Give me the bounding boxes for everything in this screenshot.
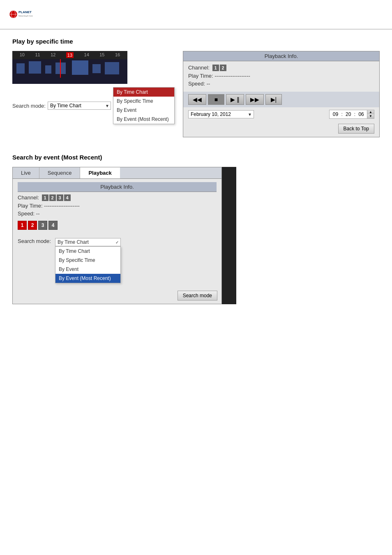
dropdown2-item-timechart[interactable]: By Time Chart <box>55 247 120 256</box>
play-time-label-1: Play Time: <box>188 73 213 79</box>
stop-button[interactable]: ■ <box>208 94 224 105</box>
search-mode-row: Search mode: By Time Chart By Specific T… <box>12 87 175 124</box>
play-time-label-2: Play Time: <box>18 203 43 209</box>
chart-bar-area <box>12 59 127 84</box>
back-to-top-row: Back to Top <box>183 121 379 137</box>
channel-boxes-1: 1 2 <box>212 65 226 71</box>
channel-label-1: Channel: <box>188 65 210 71</box>
svg-rect-6 <box>16 63 25 74</box>
svg-rect-8 <box>45 65 51 74</box>
time-label-15: 15 <box>99 52 104 58</box>
time-label-13: 13 <box>66 52 74 58</box>
dropdown-item-timechart[interactable]: By Time Chart <box>113 88 174 97</box>
svg-rect-11 <box>92 64 101 73</box>
svg-text:PLANET: PLANET <box>18 10 32 14</box>
search-mode-label-2: Search mode: <box>18 238 51 244</box>
dropdown-arrow-2: ✓ <box>115 240 119 245</box>
tab-playback[interactable]: Playback <box>80 167 120 178</box>
channel-box-2[interactable]: 2 <box>220 65 226 71</box>
dropdown2-item-byevent[interactable]: By Event <box>55 265 120 274</box>
planet-logo: PLANET Networking & Communication <box>8 4 33 25</box>
channel-boxes-2: 1 2 3 4 <box>42 194 71 201</box>
dropdown2-item-eventrecent[interactable]: By Event (Most Recent) <box>55 274 120 283</box>
time-chart[interactable]: 10 11 12 13 14 15 16 <box>12 51 127 84</box>
time-labels: 10 11 12 13 14 15 16 <box>12 51 127 59</box>
speed-label-1: Speed: <box>188 81 205 87</box>
time-label-16: 16 <box>115 52 120 58</box>
svg-rect-12 <box>105 62 119 74</box>
datetime-row-1: February 10, 2012 ▼ : : ▲ ▼ <box>183 107 379 121</box>
play-pause-button[interactable]: ▶ ‖ <box>226 94 244 105</box>
section2-title: Search by event (Most Recent) <box>12 154 380 161</box>
channel-box-2-1[interactable]: 1 <box>42 194 48 201</box>
channel-label-2: Channel: <box>18 194 39 201</box>
dropdown2-item-specifictime[interactable]: By Specific Time <box>55 256 120 265</box>
dropdown-item-specifictime[interactable]: By Specific Time <box>113 97 174 106</box>
channel-box-2-3[interactable]: 3 <box>57 194 63 201</box>
play-time-row-1: Play Time: -------------------- <box>188 73 374 79</box>
next-button[interactable]: ▶| <box>265 94 282 105</box>
time-label-10: 10 <box>20 52 25 58</box>
search-mode-btn-row: Search mode <box>13 289 221 304</box>
header: PLANET Networking & Communication <box>0 0 392 30</box>
section1-left: 10 11 12 13 14 15 16 <box>12 51 175 124</box>
channel-row-1: Channel: 1 2 <box>188 65 374 71</box>
playback-info-content-1: Channel: 1 2 Play Time: ----------------… <box>183 61 379 92</box>
channel-box-1[interactable]: 1 <box>212 65 219 71</box>
time-label-14: 14 <box>84 52 89 58</box>
ch-btn-1[interactable]: 1 <box>18 221 27 230</box>
time-label-11: 11 <box>35 52 40 58</box>
search-mode-value-2: By Time Chart <box>58 239 89 245</box>
time-input-group: : : ▲ ▼ <box>329 110 374 119</box>
svg-rect-7 <box>29 61 41 74</box>
fast-forward-button[interactable]: ▶▶ <box>246 94 264 105</box>
search-mode-dropdown[interactable]: By Time Chart By Specific Time By Event … <box>48 102 111 110</box>
playback-panel-title-1: Playback Info. <box>183 51 379 61</box>
channel-numbers-row: 1 2 3 4 <box>18 221 217 230</box>
time-minute-input[interactable] <box>343 111 354 118</box>
search-mode-select-2[interactable]: By Time Chart ✓ <box>55 238 121 246</box>
playback-panel-title-2: Playback Info. <box>18 182 217 192</box>
ch-btn-3[interactable]: 3 <box>38 221 47 230</box>
time-spin-up[interactable]: ▲ <box>367 110 374 114</box>
dropdown-item-byevent[interactable]: By Event <box>113 106 174 115</box>
ch-btn-2[interactable]: 2 <box>28 221 37 230</box>
tab-sequence[interactable]: Sequence <box>39 167 81 178</box>
search-mode-dropdown-menu: By Time Chart By Specific Time By Event … <box>113 87 175 124</box>
back-to-top-button[interactable]: Back to Top <box>338 124 374 134</box>
time-second-input[interactable] <box>355 111 367 118</box>
search-mode-dropdown-menu-2: By Time Chart By Specific Time By Event … <box>55 246 121 283</box>
search-mode-label: Search mode: <box>12 103 46 109</box>
search-mode-button[interactable]: Search mode <box>178 291 217 301</box>
dropdown-item-eventrecent[interactable]: By Event (Most Recent) <box>113 115 174 124</box>
speed-label-2: Speed: <box>18 210 35 217</box>
svg-rect-10 <box>72 60 88 75</box>
speed-row-1: Speed: -- <box>188 81 374 87</box>
time-spin-down[interactable]: ▼ <box>367 114 374 118</box>
ch-btn-4[interactable]: 4 <box>48 221 58 230</box>
section1: Play by specific time 10 11 12 13 14 15 … <box>12 38 380 137</box>
search-mode-dropdown-container-2: By Time Chart ✓ By Time Chart By Specifi… <box>55 238 121 283</box>
search-mode-section2: Search mode: By Time Chart ✓ By Time Cha… <box>18 236 217 285</box>
tab-bar: Live Sequence Playback <box>13 167 221 179</box>
section2-info-panel: Playback Info. Channel: 1 2 3 4 Play Tim… <box>13 179 221 289</box>
speed-value-1: -- <box>207 81 210 87</box>
time-spinner: ▲ ▼ <box>367 110 374 118</box>
right-black-block <box>222 167 236 304</box>
logo-container: PLANET Networking & Communication <box>8 4 33 25</box>
play-time-value-2: -------------------- <box>44 203 80 209</box>
svg-text:Networking & Communication: Networking & Communication <box>18 15 33 17</box>
search-mode-select-wrapper: By Time Chart By Specific Time By Event … <box>48 102 111 110</box>
date-select[interactable]: February 10, 2012 <box>188 110 254 118</box>
dropdown-open-container: By Time Chart By Specific Time By Event … <box>113 87 175 124</box>
section2-panel: Live Sequence Playback Playback Info. Ch… <box>12 167 222 304</box>
channel-row-2: Channel: 1 2 3 4 <box>18 194 217 201</box>
tab-live[interactable]: Live <box>13 167 39 178</box>
channel-box-2-4[interactable]: 4 <box>64 194 71 201</box>
section1-inner: 10 11 12 13 14 15 16 <box>12 51 380 137</box>
time-hour-input[interactable] <box>330 111 341 118</box>
speed-row-2: Speed: -- <box>18 210 217 217</box>
playback-panel-1: Playback Info. Channel: 1 2 Play Time: -… <box>183 51 380 137</box>
rewind-button[interactable]: ◀◀ <box>188 94 206 105</box>
channel-box-2-2[interactable]: 2 <box>49 194 56 201</box>
